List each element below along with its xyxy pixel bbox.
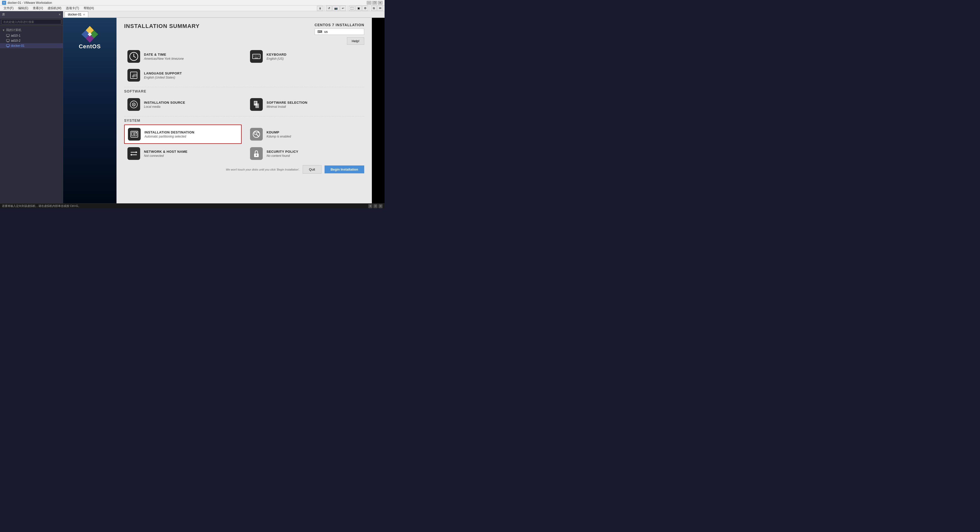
close-button[interactable]: ✕ [378,1,383,5]
keyboard-subtitle: English (US) [267,57,361,60]
install-destination-text: INSTALLATION DESTINATION Automatic parti… [145,130,238,138]
menu-bar: 文件(F) 编辑(E) 查看(V) 虚拟机(M) 选项卡(T) 帮助(H) ⏸ … [0,6,385,11]
vm-icon-3 [6,44,10,48]
keyboard-icon [250,50,263,63]
kdump-icon-container [250,128,263,141]
multi-btn[interactable]: ⧉ [371,6,377,11]
kdump-text: KDUMP Kdump is enabled [267,130,361,138]
menu-file[interactable]: 文件(F) [2,6,16,11]
svg-marker-55 [136,151,137,153]
svg-point-23 [134,56,134,57]
menu-edit[interactable]: 编辑(E) [16,6,30,11]
software-selection-item[interactable]: SOFTWARE SELECTION Minimal Install [247,95,364,114]
search-input[interactable] [2,19,61,24]
sep1 [325,6,325,11]
centos-logo-icon [81,25,99,43]
install-destination-subtitle: Automatic partitioning selected [145,135,238,138]
install-source-icon-container [127,98,140,111]
install-destination-icon [128,128,141,141]
centos-main: INSTALLATION SUMMARY CENTOS 7 INSTALLATI… [116,18,372,203]
sidebar-item-ad10-1[interactable]: ad10-1 [0,33,63,38]
settings-btn[interactable]: ⚙ [362,6,368,11]
send-btn[interactable]: ✉ [377,6,383,11]
keyboard-lang-text: us [324,30,328,33]
kdump-item[interactable]: KDUMP Kdump is enabled [247,125,364,144]
sidebar-close[interactable]: ✕ [59,13,61,16]
power-btn[interactable]: ↺ [326,6,332,11]
security-icon-svg [252,149,261,158]
bottom-bar: We won't touch your disks until you clic… [124,165,364,174]
keyboard-item[interactable]: KEYBOARD English (US) [247,47,364,65]
language-icon: a [127,69,140,82]
tab-close-icon[interactable]: ✕ [83,13,85,16]
localization-grid: DATE & TIME Americas/New York timezone [124,47,364,84]
sidebar-item-docker-01[interactable]: docker-01 [0,43,63,48]
right-black-area [372,18,385,203]
software-selection-subtitle: Minimal Install [267,105,361,108]
centos-version-block: CENTOS 7 INSTALLATION ⌨ us Help! [315,23,364,45]
security-policy-title: SECURITY POLICY [267,150,361,154]
menu-help[interactable]: 帮助(H) [82,6,96,11]
software-selection-icon-container [250,98,263,111]
app-icon: V [2,1,6,5]
date-time-item[interactable]: DATE & TIME Americas/New York timezone [124,47,242,65]
restore-button[interactable]: ❐ [372,1,377,5]
system-grid: INSTALLATION DESTINATION Automatic parti… [124,125,364,163]
menu-view[interactable]: 查看(V) [31,6,45,11]
sidebar-title: 库 [2,13,5,17]
sidebar: 库 ✕ ▼ 我的计算机 [0,11,63,203]
snap-btn[interactable]: 📷 [332,6,340,11]
network-subtitle: Not connected [144,154,239,157]
menu-tabs[interactable]: 选项卡(T) [64,6,81,11]
minimize-button[interactable]: — [367,1,371,5]
svg-rect-43 [255,103,256,103]
language-item[interactable]: a LANGUAGE SUPPORT English (United State… [124,66,242,84]
network-icon-container [127,147,140,160]
vm-content: docker-01 ✕ [63,11,385,203]
begin-installation-button[interactable]: Begin Installation [325,165,364,173]
kdump-icon-svg [252,130,261,139]
main-area: 库 ✕ ▼ 我的计算机 [0,11,385,203]
date-time-title: DATE & TIME [144,52,239,56]
security-policy-item[interactable]: SECURITY POLICY No content found [247,145,364,163]
keyboard-lang-box[interactable]: ⌨ us [315,29,364,35]
sidebar-item-ad10-2[interactable]: ad10-2 [0,38,63,43]
software-selection-title: SOFTWARE SELECTION [267,101,361,105]
quit-button[interactable]: Quit [303,165,321,174]
revert-btn[interactable]: ↩ [340,6,346,11]
software-selection-icon [250,98,263,111]
kdump-title: KDUMP [267,130,361,134]
svg-rect-41 [255,103,259,108]
pause-btn[interactable]: ⏸ [317,6,323,11]
status-icon-1: ⊞ [368,204,372,208]
install-destination-item[interactable]: INSTALLATION DESTINATION Automatic parti… [124,125,242,144]
my-computer-label: 我的计算机 [6,28,21,32]
tree-group-my-computer: ▼ 我的计算机 ad10-1 [0,27,63,49]
language-subtitle: English (United States) [144,76,239,79]
vm-icon [6,34,10,37]
svg-rect-36 [133,74,137,77]
help-button[interactable]: Help! [347,37,364,45]
status-icons: ⊞ ⊡ ⊟ [368,204,383,208]
status-message: 若要将输入定向到该虚拟机，请在虚拟机内部单击或按 Ctrl+G。 [2,204,368,208]
tree-group-header[interactable]: ▼ 我的计算机 [0,27,63,33]
sep3 [369,6,370,11]
sidebar-item-label-docker-01: docker-01 [11,44,24,48]
security-policy-icon-container [250,147,263,160]
install-source-title: INSTALLATION SOURCE [144,101,239,105]
full-btn[interactable]: ⛶ [349,6,355,11]
install-source-item[interactable]: INSTALLATION SOURCE Local media [124,95,242,114]
tab-bar: docker-01 ✕ [63,11,385,18]
tab-docker-01[interactable]: docker-01 ✕ [65,11,88,17]
language-icon-svg: a [129,71,138,80]
network-item[interactable]: NETWORK & HOST NAME Not connected [124,145,242,163]
svg-rect-42 [255,102,256,102]
svg-rect-48 [136,132,137,133]
window-title: docker-01 - VMware Workstation [8,1,367,5]
menu-vm[interactable]: 虚拟机(M) [46,6,63,11]
vm-screen[interactable]: CentOS INSTALLATION SUMMARY CENTOS 7 INS… [63,18,385,203]
disk-icon-svg [130,130,139,139]
unity-btn[interactable]: ▣ [356,6,362,11]
network-text: NETWORK & HOST NAME Not connected [144,150,239,157]
install-header: INSTALLATION SUMMARY CENTOS 7 INSTALLATI… [124,23,364,45]
